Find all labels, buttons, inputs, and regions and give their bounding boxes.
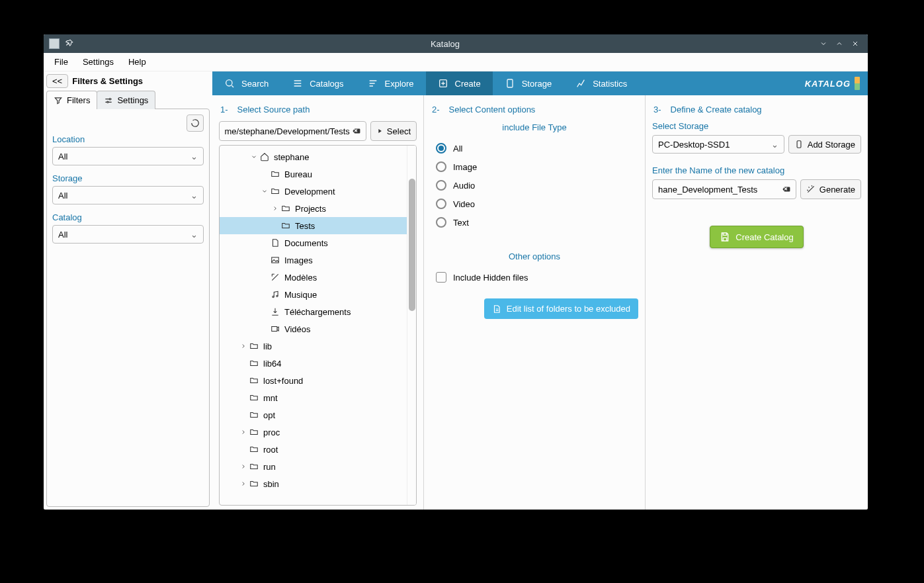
tree-row[interactable]: root [220,441,407,458]
svg-rect-9 [797,141,801,148]
close-button[interactable] [848,36,862,51]
chevron-down-icon: ⌄ [190,230,198,240]
radio-icon [436,180,446,191]
tab-statistics[interactable]: Statistics [564,71,639,95]
filetype-title: include File Type [431,122,638,132]
step2-title: 2-Select Content options [431,102,638,121]
hidden-files-checkbox[interactable]: Include Hidden files [431,268,638,287]
step2-panel: 2-Select Content options include File Ty… [424,95,646,510]
select-path-button[interactable]: Select [370,121,417,141]
tree-row[interactable]: lib64 [220,355,407,372]
radio-icon [436,161,446,172]
tab-catalogs[interactable]: Catalogs [280,71,355,95]
tree-row[interactable]: Development [220,183,407,200]
source-path-input[interactable]: me/stephane/Development/Tests [219,121,366,141]
home-icon [259,152,270,162]
tree-row[interactable]: Bureau [220,165,407,183]
add-storage-button[interactable]: Add Storage [788,135,861,154]
scrollbar[interactable] [407,146,416,505]
scrollbar-thumb[interactable] [409,179,415,311]
clear-icon[interactable] [780,183,792,195]
storage-device-select[interactable]: PC-Desktop-SSD1 ⌄ [652,135,784,154]
tab-statistics-label: Statistics [593,79,627,89]
collapse-icon[interactable] [259,186,270,197]
radio-all[interactable]: All [431,139,638,157]
edit-excluded-button[interactable]: Edit list of folders to be excluded [484,298,638,319]
tab-explore-label: Explore [385,79,414,89]
location-select[interactable]: All ⌄ [52,147,204,165]
reset-filters-button[interactable] [187,114,204,132]
tree-row[interactable]: Modèles [220,269,407,286]
checkbox-icon [436,272,446,283]
radio-audio[interactable]: Audio [431,176,638,195]
svg-point-2 [226,80,232,86]
tree-row[interactable]: Documents [220,234,407,251]
create-icon [438,78,448,89]
tree-row[interactable]: opt [220,406,407,424]
minimize-button[interactable] [816,36,831,51]
tree-row[interactable]: Projects [220,200,407,217]
tree-row[interactable]: proc [220,424,407,441]
expand-icon[interactable] [238,427,249,437]
collapse-sidebar-button[interactable]: << [46,74,68,88]
tab-search[interactable]: Search [212,71,280,95]
tree-row[interactable]: mnt [220,389,407,406]
tree-row[interactable]: lost+found [220,372,407,389]
tab-create[interactable]: Create [426,71,493,95]
titlebar: Katalog [44,34,868,53]
maximize-button[interactable] [832,36,847,51]
tree-row[interactable]: stephane [220,148,407,165]
pin-icon[interactable] [65,38,75,49]
tree-row[interactable]: Musique [220,286,407,303]
folder-icon [280,220,291,231]
location-value: All [58,152,67,161]
chevron-down-icon: ⌄ [771,140,778,150]
storage-value: All [58,191,67,201]
app-icon [49,38,60,49]
tree-row[interactable]: Images [220,251,407,269]
document-icon [270,238,280,248]
folder-icon [249,478,259,489]
catalog-value: All [58,230,67,240]
tree-row[interactable]: lib [220,337,407,355]
svg-point-1 [107,101,108,103]
expand-icon[interactable] [238,341,249,351]
sidebar-tab-settings[interactable]: Settings [97,91,155,109]
menu-help[interactable]: Help [122,54,153,69]
generate-name-button[interactable]: Generate [800,179,861,199]
sidebar-tab-filters[interactable]: Filters [46,91,97,109]
select-storage-label: Select Storage [652,121,861,131]
sidebar: << Filters & Settings Filters Settings [44,71,212,510]
clear-icon[interactable] [350,125,362,137]
folder-icon [249,410,259,420]
statistics-icon [575,78,586,89]
step3-panel: 3-Define & Create catalog Select Storage… [646,95,868,510]
collapse-icon[interactable] [249,152,259,162]
expand-icon[interactable] [238,478,249,489]
tree-row[interactable]: Vidéos [220,320,407,337]
radio-text[interactable]: Text [431,213,638,232]
tab-explore[interactable]: Explore [356,71,426,95]
tree-row-selected[interactable]: Tests [220,217,407,234]
sidebar-tab-filters-label: Filters [67,95,90,105]
radio-video[interactable]: Video [431,195,638,213]
menu-file[interactable]: File [48,54,75,69]
storage-select[interactable]: All ⌄ [52,186,204,204]
tree-row[interactable]: Téléchargements [220,303,407,320]
tab-search-label: Search [241,79,269,89]
menu-settings[interactable]: Settings [76,54,120,69]
filter-location: Location All ⌄ [52,134,204,165]
tree-row[interactable]: run [220,458,407,475]
step1-panel: 1-Select Source path me/stephane/Develop… [212,95,424,510]
tree-row[interactable]: sbin [220,475,407,492]
brand-logo-icon [855,77,860,90]
expand-icon[interactable] [270,203,280,214]
create-catalog-button[interactable]: Create Catalog [710,226,803,248]
folder-tree[interactable]: stephane Bureau Development Projects Tes… [219,145,417,506]
folder-icon [249,427,259,437]
radio-image[interactable]: Image [431,157,638,176]
expand-icon[interactable] [238,461,249,472]
catalog-select[interactable]: All ⌄ [52,225,204,244]
catalog-name-input[interactable]: hane_Development_Tests [652,179,796,199]
tab-storage[interactable]: Storage [493,71,564,95]
